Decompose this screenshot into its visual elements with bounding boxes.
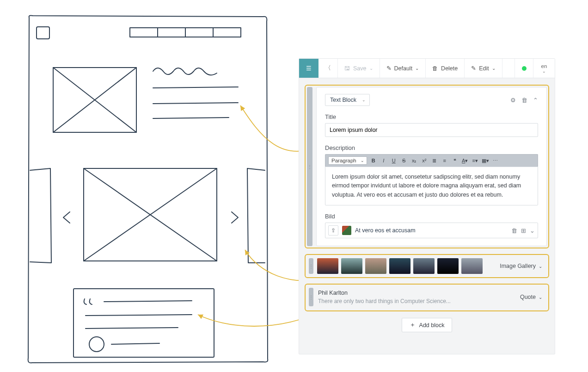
strike-icon[interactable]: S <box>400 157 408 164</box>
hamburger-icon: ☰ <box>306 65 312 72</box>
bold-icon[interactable]: B <box>370 157 377 164</box>
menu-button[interactable]: ☰ <box>299 59 318 78</box>
bild-row: ⇪ At vero eos et accusam 🗑 ⊞ ⌄ <box>325 223 538 238</box>
delete-label: Delete <box>441 65 458 72</box>
gallery-thumb[interactable] <box>461 258 483 274</box>
back-button[interactable]: 〈 <box>318 59 338 78</box>
plus-icon: ＋ <box>410 321 416 329</box>
svg-rect-14 <box>74 289 214 357</box>
chevron-down-icon: ⌄ <box>539 295 542 300</box>
underline-icon[interactable]: U <box>390 157 398 164</box>
wireframe-svg <box>25 13 270 365</box>
drag-handle[interactable]: ⋮ <box>309 288 313 306</box>
rte-paragraph-select[interactable]: Paragraph ⌄ <box>328 156 367 165</box>
status-indicator[interactable] <box>515 59 533 78</box>
gear-icon[interactable]: ⚙ <box>510 97 516 104</box>
gallery-header[interactable]: Image Gallery ⌄ <box>500 263 542 269</box>
align-icon[interactable]: ≡▾ <box>472 157 479 164</box>
list-ul-icon[interactable]: ≣ <box>431 157 438 164</box>
editor-body: ⋮ Text Block ⌄ ⚙ 🗑 ⌃ <box>299 78 555 354</box>
svg-rect-3 <box>185 28 213 37</box>
save-button[interactable]: 🖫 Save ⌄ <box>338 59 380 78</box>
status-dot-icon <box>522 66 527 71</box>
svg-rect-2 <box>158 28 185 37</box>
editor-panel: ☰ 〈 🖫 Save ⌄ ✎ Default ⌄ 🗑 Delete ✎ Edit… <box>299 58 555 354</box>
block-text: ⋮ Text Block ⌄ ⚙ 🗑 ⌃ <box>305 85 549 248</box>
add-block-button[interactable]: ＋ Add block <box>402 318 453 332</box>
bild-field-label: Bild <box>325 213 538 220</box>
chevron-down-icon: ⌄ <box>369 66 373 71</box>
rte-paragraph-label: Paragraph <box>331 158 356 163</box>
rte-textarea[interactable]: Lorem ipsum dolor sit amet, consetetur s… <box>325 167 538 205</box>
image-thumbnail[interactable] <box>342 226 351 235</box>
bild-title: At vero eos et accusam <box>355 227 508 234</box>
quote-author: Phil Karlton <box>318 290 514 296</box>
svg-line-17 <box>86 328 178 329</box>
gallery-label: Image Gallery <box>500 263 536 269</box>
chevron-down-icon: ⌄ <box>539 264 542 269</box>
wireframe-sketch <box>25 13 270 365</box>
gallery-thumb[interactable] <box>389 258 410 274</box>
trash-icon[interactable]: 🗑 <box>521 97 527 104</box>
add-block-label: Add block <box>419 322 445 329</box>
svg-line-9 <box>153 103 238 104</box>
default-button[interactable]: ✎ Default ⌄ <box>380 59 426 78</box>
drag-handle[interactable]: ⋮ <box>307 87 312 246</box>
gallery-thumbnails <box>317 258 483 274</box>
italic-icon[interactable]: I <box>380 157 387 164</box>
quote-label: Quote <box>520 294 536 300</box>
block-gallery: ⋮ Image Gallery ⌄ <box>305 254 549 278</box>
title-field-label: Title <box>325 113 538 120</box>
list-ol-icon[interactable]: ≡ <box>441 157 448 164</box>
block-quote: ⋮ Phil Karlton There are only two hard t… <box>305 284 549 311</box>
gallery-thumb[interactable] <box>317 258 338 274</box>
edit-button[interactable]: ✎ Edit ⌄ <box>465 59 502 78</box>
trash-icon: 🗑 <box>432 65 438 72</box>
gallery-thumb[interactable] <box>365 258 386 274</box>
default-label: Default <box>394 65 413 72</box>
save-icon: 🖫 <box>344 65 350 72</box>
svg-line-19 <box>111 343 159 344</box>
chevron-down-icon[interactable]: ⌄ <box>530 227 535 234</box>
svg-line-8 <box>153 87 238 88</box>
svg-line-15 <box>104 301 192 302</box>
drag-handle[interactable]: ⋮ <box>309 258 313 274</box>
chevron-down-icon: ⌄ <box>362 98 366 102</box>
chevron-down-icon: ⌄ <box>492 66 496 71</box>
text-color-icon[interactable]: A▾ <box>461 157 469 164</box>
grid-icon[interactable]: ⊞ <box>521 227 526 234</box>
language-selector[interactable]: en ⌄ <box>533 59 555 78</box>
upload-button[interactable]: ⇪ <box>328 225 338 236</box>
gallery-thumb[interactable] <box>413 258 435 274</box>
superscript-icon[interactable]: x² <box>421 157 428 164</box>
svg-line-10 <box>153 118 229 118</box>
trash-icon[interactable]: 🗑 <box>511 227 517 234</box>
svg-line-16 <box>86 315 192 316</box>
save-label: Save <box>353 65 367 72</box>
svg-rect-0 <box>37 27 49 39</box>
chevron-down-icon: ⌄ <box>415 66 419 71</box>
edit-label: Edit <box>479 65 489 72</box>
gallery-thumb[interactable] <box>341 258 362 274</box>
gallery-thumb[interactable] <box>437 258 459 274</box>
description-field-label: Description <box>325 144 538 151</box>
svg-point-18 <box>89 337 104 352</box>
pencil-icon: ✎ <box>471 65 476 72</box>
editor-toolbar: ☰ 〈 🖫 Save ⌄ ✎ Default ⌄ 🗑 Delete ✎ Edit… <box>299 59 555 78</box>
subscript-icon[interactable]: x₂ <box>410 157 418 164</box>
quote-icon[interactable]: ❝ <box>451 157 459 164</box>
quote-header[interactable]: Quote ⌄ <box>520 288 542 306</box>
table-icon[interactable]: ▦▾ <box>482 157 489 164</box>
title-input[interactable] <box>325 123 538 137</box>
chevron-left-icon: 〈 <box>325 64 331 72</box>
delete-button[interactable]: 🗑 Delete <box>426 59 465 78</box>
chevron-down-icon: ⌄ <box>542 69 546 74</box>
quote-text: There are only two hard things in Comput… <box>318 298 514 304</box>
more-icon[interactable]: ⋯ <box>492 157 499 164</box>
collapse-icon[interactable]: ⌃ <box>533 97 538 104</box>
svg-rect-1 <box>130 28 158 37</box>
text-block-content: Text Block ⌄ ⚙ 🗑 ⌃ Title <box>316 87 547 246</box>
brush-icon: ✎ <box>386 65 392 72</box>
block-type-selector[interactable]: Text Block ⌄ <box>325 94 370 106</box>
svg-rect-4 <box>213 28 241 37</box>
